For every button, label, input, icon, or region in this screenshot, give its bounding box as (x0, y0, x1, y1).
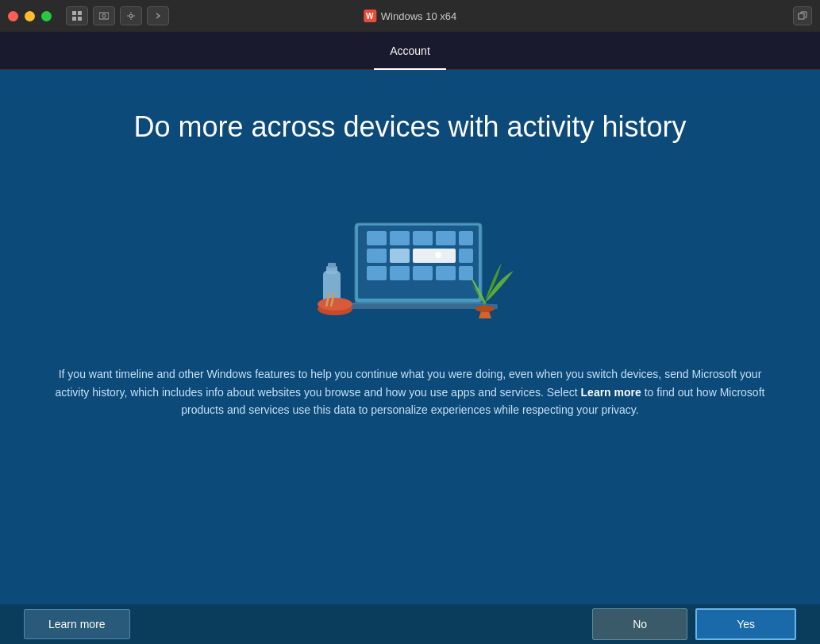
learn-more-button[interactable]: Learn more (24, 609, 130, 639)
svg-point-32 (475, 306, 495, 312)
nav-bar: Account (0, 32, 820, 70)
svg-rect-23 (459, 266, 473, 280)
svg-rect-2 (72, 17, 76, 21)
svg-rect-18 (459, 249, 473, 263)
forward-button[interactable] (147, 6, 169, 25)
svg-rect-10 (367, 231, 387, 245)
svg-rect-20 (390, 266, 410, 280)
grid-button[interactable] (66, 6, 88, 25)
tab-account[interactable]: Account (374, 33, 446, 70)
main-content: Do more across devices with activity his… (0, 70, 820, 604)
svg-rect-7 (799, 13, 804, 19)
svg-rect-12 (413, 231, 433, 245)
description-text: If you want timeline and other Windows f… (53, 365, 768, 418)
svg-rect-24 (339, 304, 498, 309)
illustration (291, 175, 529, 337)
svg-rect-4 (99, 13, 109, 19)
svg-rect-3 (78, 17, 82, 21)
window-title: Windows 10 x64 (381, 10, 456, 22)
yes-button[interactable]: Yes (695, 608, 796, 640)
svg-rect-16 (390, 249, 410, 263)
svg-rect-14 (459, 231, 473, 245)
title-bar-controls (66, 6, 169, 25)
bottom-bar: Learn more No Yes (0, 604, 820, 644)
action-buttons: No Yes (592, 608, 796, 640)
maximize-button[interactable] (41, 11, 52, 21)
svg-rect-15 (367, 249, 387, 263)
svg-point-29 (318, 298, 352, 310)
svg-rect-17 (413, 249, 456, 263)
svg-rect-13 (436, 231, 456, 245)
svg-rect-27 (328, 263, 336, 268)
svg-point-33 (435, 252, 441, 258)
app-icon: W (364, 10, 376, 22)
learn-more-link[interactable]: Learn more (581, 386, 641, 399)
no-button[interactable]: No (592, 608, 687, 640)
svg-rect-21 (413, 266, 433, 280)
svg-rect-11 (390, 231, 410, 245)
svg-rect-1 (78, 11, 82, 15)
main-headline: Do more across devices with activity his… (133, 110, 686, 144)
window-restore-button[interactable] (793, 6, 812, 25)
tab-account-label: Account (390, 44, 430, 57)
title-bar: W Windows 10 x64 (0, 0, 820, 32)
title-bar-left (8, 6, 169, 25)
snapshot-button[interactable] (93, 6, 115, 25)
activity-history-illustration (291, 175, 529, 334)
minimize-button[interactable] (25, 11, 35, 21)
svg-rect-19 (367, 266, 387, 280)
close-button[interactable] (8, 11, 18, 21)
svg-rect-22 (436, 266, 456, 280)
svg-point-5 (102, 14, 106, 17)
settings-button[interactable] (120, 6, 142, 25)
svg-point-6 (129, 14, 133, 17)
title-center: W Windows 10 x64 (364, 10, 456, 22)
svg-rect-0 (72, 11, 76, 15)
